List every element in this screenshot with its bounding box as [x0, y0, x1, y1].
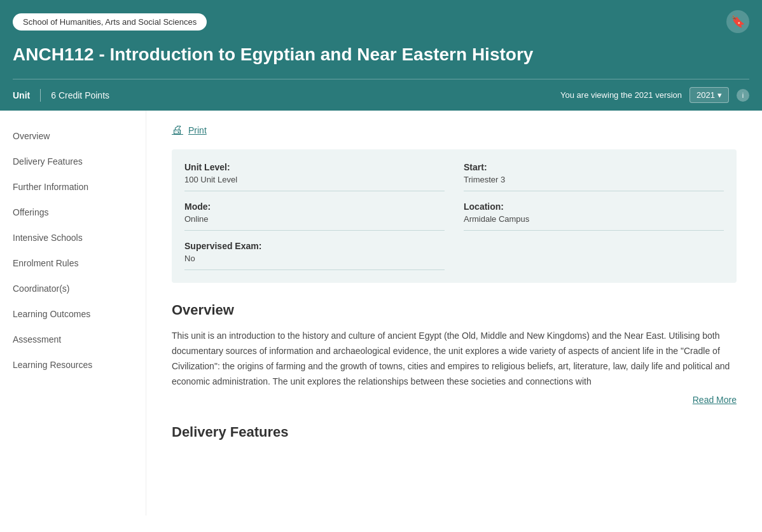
- sidebar-item-offerings[interactable]: Offerings: [0, 200, 146, 225]
- header-meta: Unit 6 Credit Points You are viewing the…: [13, 79, 749, 111]
- version-year: 2021: [696, 90, 715, 100]
- printer-icon: 🖨: [172, 123, 183, 137]
- overview-text: This unit is an introduction to the hist…: [172, 329, 737, 389]
- sidebar-item-enrolment-rules[interactable]: Enrolment Rules: [0, 250, 146, 276]
- page-header: School of Humanities, Arts and Social Sc…: [0, 0, 762, 111]
- credit-points: 6 Credit Points: [51, 90, 109, 100]
- supervised-exam-cell: Supervised Exam: No: [184, 241, 445, 270]
- print-button[interactable]: 🖨 Print: [172, 123, 207, 137]
- chevron-down-icon: ▾: [717, 90, 722, 100]
- start-value: Trimester 3: [464, 175, 724, 191]
- version-text: You are viewing the 2021 version: [560, 90, 682, 100]
- supervised-exam-value: No: [184, 254, 445, 270]
- start-cell: Start: Trimester 3: [464, 162, 724, 191]
- header-meta-left: Unit 6 Credit Points: [13, 89, 109, 102]
- overview-section: Overview This unit is an introduction to…: [172, 302, 737, 404]
- location-value: Armidale Campus: [464, 214, 724, 231]
- location-label: Location:: [464, 201, 724, 212]
- sidebar-item-intensive-schools[interactable]: Intensive Schools: [0, 225, 146, 250]
- mode-cell: Mode: Online: [184, 201, 445, 231]
- sidebar-item-overview[interactable]: Overview: [0, 123, 146, 149]
- delivery-features-section: Delivery Features: [172, 424, 737, 440]
- print-label: Print: [188, 125, 207, 135]
- unit-label: Unit: [13, 90, 30, 100]
- delivery-features-title: Delivery Features: [172, 424, 737, 440]
- version-dropdown[interactable]: 2021 ▾: [689, 87, 729, 103]
- info-icon[interactable]: i: [737, 89, 749, 102]
- location-cell: Location: Armidale Campus: [464, 201, 724, 231]
- read-more-container: Read More: [172, 395, 737, 405]
- school-badge: School of Humanities, Arts and Social Sc…: [13, 13, 207, 31]
- start-label: Start:: [464, 162, 724, 172]
- overview-title: Overview: [172, 302, 737, 318]
- header-meta-right: You are viewing the 2021 version 2021 ▾ …: [560, 87, 749, 103]
- sidebar-item-further-information[interactable]: Further Information: [0, 174, 146, 200]
- supervised-exam-label: Supervised Exam:: [184, 241, 445, 251]
- meta-divider: [40, 89, 41, 102]
- sidebar-item-coordinators[interactable]: Coordinator(s): [0, 276, 146, 301]
- unit-level-value: 100 Unit Level: [184, 175, 445, 191]
- sidebar-item-learning-outcomes[interactable]: Learning Outcomes: [0, 301, 146, 327]
- bookmark-button[interactable]: 🔖: [726, 10, 749, 33]
- main-content: 🖨 Print Unit Level: 100 Unit Level Start…: [146, 111, 762, 515]
- sidebar-item-assessment[interactable]: Assessment: [0, 327, 146, 352]
- read-more-link[interactable]: Read More: [693, 395, 737, 405]
- page-title: ANCH112 - Introduction to Egyptian and N…: [13, 43, 749, 66]
- unit-level-label: Unit Level:: [184, 162, 445, 172]
- info-row-2: Mode: Online Location: Armidale Campus: [184, 201, 724, 231]
- content-wrapper: Overview Delivery Features Further Infor…: [0, 111, 762, 515]
- empty-cell: [464, 241, 724, 270]
- info-grid: Unit Level: 100 Unit Level Start: Trimes…: [172, 149, 737, 283]
- mode-label: Mode:: [184, 201, 445, 212]
- header-top: School of Humanities, Arts and Social Sc…: [13, 10, 749, 33]
- bookmark-icon: 🔖: [731, 15, 745, 29]
- mode-value: Online: [184, 214, 445, 231]
- sidebar-nav: Overview Delivery Features Further Infor…: [0, 111, 146, 515]
- sidebar-item-learning-resources[interactable]: Learning Resources: [0, 352, 146, 378]
- info-row-1: Unit Level: 100 Unit Level Start: Trimes…: [184, 162, 724, 191]
- info-row-3: Supervised Exam: No: [184, 241, 724, 270]
- unit-level-cell: Unit Level: 100 Unit Level: [184, 162, 445, 191]
- sidebar-item-delivery-features[interactable]: Delivery Features: [0, 149, 146, 174]
